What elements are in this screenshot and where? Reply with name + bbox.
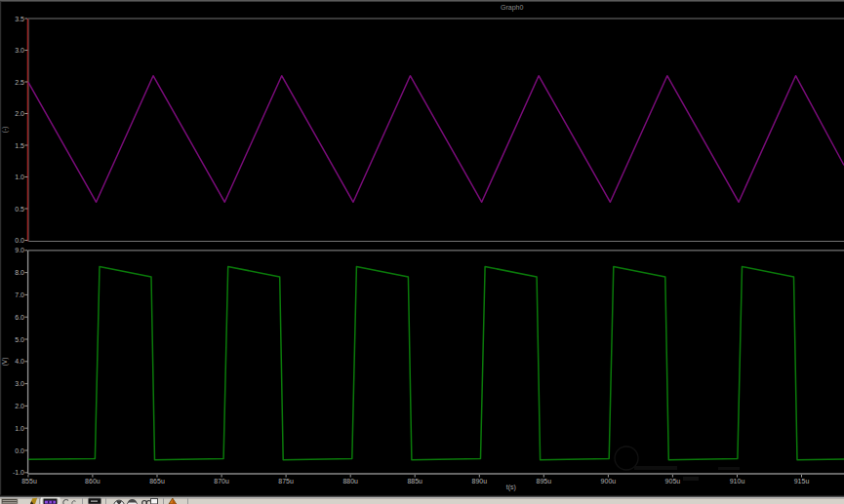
- svg-text:t(s): t(s): [506, 484, 516, 491]
- svg-text:900u: 900u: [601, 478, 617, 485]
- svg-text:7.0: 7.0: [15, 291, 24, 298]
- svg-text:3.0: 3.0: [15, 380, 24, 387]
- svg-text:0.0: 0.0: [15, 237, 24, 244]
- svg-text:865u: 865u: [149, 478, 165, 485]
- svg-text:1.5: 1.5: [15, 142, 24, 149]
- svg-text:Graph0: Graph0: [501, 4, 523, 12]
- svg-text:-1.0: -1.0: [13, 469, 24, 476]
- svg-text:2.5: 2.5: [15, 79, 24, 86]
- svg-text:895u: 895u: [537, 478, 552, 485]
- svg-text:1.0: 1.0: [15, 425, 24, 432]
- svg-text:875u: 875u: [278, 478, 294, 485]
- svg-text:890u: 890u: [472, 478, 488, 485]
- svg-text:915u: 915u: [794, 478, 810, 485]
- svg-text:5.0: 5.0: [15, 336, 24, 343]
- svg-text:905u: 905u: [665, 478, 681, 485]
- svg-text:0.5: 0.5: [15, 206, 24, 213]
- svg-text:885u: 885u: [407, 478, 422, 485]
- svg-text:9.0: 9.0: [15, 247, 24, 253]
- svg-text:910u: 910u: [730, 478, 745, 485]
- svg-text:4.0: 4.0: [15, 358, 24, 365]
- svg-text:(V): (V): [1, 358, 9, 367]
- svg-text:870u: 870u: [214, 478, 229, 485]
- svg-text:880u: 880u: [342, 478, 358, 485]
- svg-text:3.0: 3.0: [15, 47, 24, 54]
- svg-text:3.5: 3.5: [15, 16, 24, 22]
- svg-text:6.0: 6.0: [15, 314, 24, 321]
- svg-text:860u: 860u: [85, 478, 100, 485]
- svg-text:1.0: 1.0: [15, 174, 24, 180]
- svg-text:8.0: 8.0: [15, 269, 24, 276]
- svg-text:2.0: 2.0: [15, 403, 24, 409]
- svg-text:(-): (-): [1, 127, 9, 134]
- svg-text:0.0: 0.0: [15, 447, 24, 454]
- svg-text:855u: 855u: [21, 478, 37, 485]
- svg-text:2.0: 2.0: [15, 110, 24, 117]
